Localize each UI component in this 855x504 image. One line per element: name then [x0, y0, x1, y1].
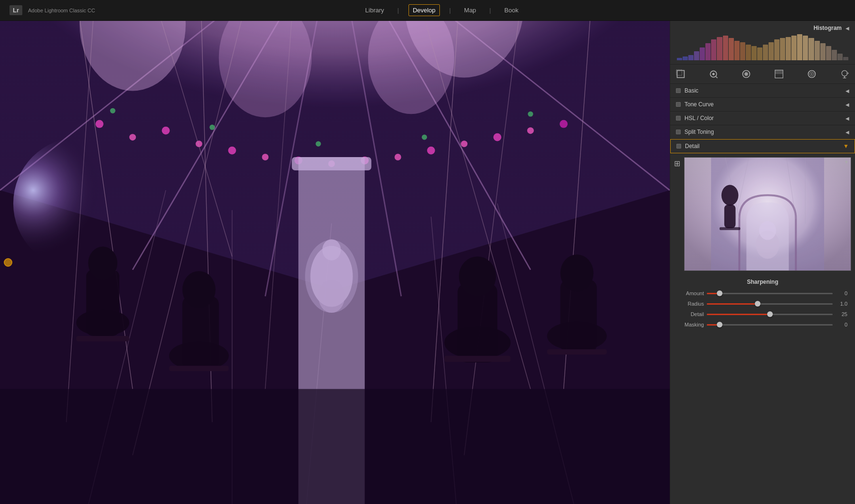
preview-svg: [684, 158, 851, 271]
detail-label: Detail: [685, 143, 700, 149]
svg-point-99: [722, 185, 739, 206]
radial-filter-icon[interactable]: [803, 67, 820, 81]
nav-library[interactable]: Library: [361, 5, 388, 16]
radius-slider[interactable]: [707, 300, 833, 307]
svg-point-94: [759, 221, 776, 240]
histogram-header: Histogram ◀: [676, 25, 849, 31]
spot-removal-icon[interactable]: [705, 67, 722, 81]
histogram-bars: [676, 34, 849, 60]
basic-checkbox[interactable]: [676, 88, 681, 93]
top-nav: Library | Develop | Map | Book: [361, 4, 522, 16]
basic-panel-row[interactable]: Basic ◀: [670, 84, 855, 98]
radius-label: Radius: [678, 301, 704, 307]
masking-slider[interactable]: [707, 321, 833, 328]
detail-value: 25: [836, 311, 847, 317]
tone-curve-checkbox[interactable]: [676, 102, 681, 107]
svg-point-84: [811, 73, 812, 75]
basic-arrow: ◀: [846, 88, 849, 93]
split-toning-checkbox[interactable]: [676, 130, 681, 134]
amount-slider-row: Amount 0: [678, 290, 847, 297]
masking-value: 0: [836, 322, 847, 327]
radius-value: 1.0: [836, 301, 847, 307]
main-content: Histogram ◀: [0, 21, 855, 504]
redeye-icon[interactable]: [738, 67, 755, 81]
sharpening-section: Sharpening Amount 0 Radius: [674, 275, 851, 336]
svg-rect-101: [720, 227, 741, 230]
detail-slider[interactable]: [707, 311, 833, 317]
nav-map[interactable]: Map: [460, 5, 480, 16]
detail-panel-content: ⊞: [670, 153, 855, 504]
basic-label: Basic: [684, 87, 698, 94]
amount-value: 0: [836, 290, 847, 296]
adjustment-brush-icon[interactable]: [836, 67, 853, 81]
lr-logo: Lr: [10, 5, 22, 15]
detail-thumb[interactable]: [767, 311, 773, 317]
detail-corner-arrow: ▼: [844, 159, 849, 165]
svg-rect-72: [677, 71, 684, 78]
svg-point-79: [745, 73, 747, 75]
detail-slider-label: Detail: [678, 311, 704, 317]
detail-panel-header[interactable]: Detail ▼: [670, 139, 855, 153]
carousel-svg: [0, 21, 670, 504]
detail-expand-icon[interactable]: ⊞: [674, 159, 680, 168]
amount-slider[interactable]: [707, 290, 833, 297]
detail-preview-image: ▼: [684, 157, 851, 271]
masking-label: Masking: [678, 322, 704, 327]
amount-label: Amount: [678, 290, 704, 296]
histogram-title: Histogram: [676, 25, 842, 31]
radius-thumb[interactable]: [755, 301, 760, 307]
detail-slider-row: Detail 25: [678, 311, 847, 317]
svg-rect-81: [775, 70, 783, 74]
detail-arrow: ▼: [843, 143, 849, 149]
hsl-arrow: ◀: [846, 116, 849, 121]
radius-slider-row: Radius 1.0: [678, 300, 847, 307]
tool-icons-row: [670, 65, 855, 84]
hsl-checkbox[interactable]: [676, 116, 681, 121]
hsl-panel-row[interactable]: HSL / Color ◀: [670, 112, 855, 125]
tone-curve-panel-row[interactable]: Tone Curve ◀: [670, 98, 855, 112]
masking-thumb[interactable]: [717, 322, 722, 327]
hsl-label: HSL / Color: [684, 115, 714, 121]
masking-slider-row: Masking 0: [678, 321, 847, 328]
svg-line-76: [716, 76, 717, 78]
graduated-filter-icon[interactable]: [770, 67, 788, 81]
split-toning-arrow: ◀: [846, 130, 849, 135]
split-toning-label: Split Toning: [684, 129, 714, 135]
nav-develop[interactable]: Develop: [408, 4, 440, 16]
tone-curve-label: Tone Curve: [684, 101, 713, 108]
left-panel-toggle[interactable]: [4, 258, 12, 267]
tone-curve-arrow: ◀: [846, 102, 849, 107]
nav-book[interactable]: Book: [501, 5, 522, 16]
crop-tool-icon[interactable]: [672, 67, 689, 81]
svg-rect-71: [0, 21, 670, 504]
histogram-section: Histogram ◀: [670, 21, 855, 65]
image-area: [0, 21, 670, 504]
histogram-arrow[interactable]: ◀: [846, 26, 849, 31]
app-title: Adobe Lightroom Classic CC: [28, 8, 95, 13]
amount-thumb[interactable]: [717, 290, 722, 296]
detail-checkbox[interactable]: [676, 144, 681, 149]
app-branding: Lr Adobe Lightroom Classic CC: [10, 5, 95, 15]
detail-top-row: ⊞: [674, 157, 851, 271]
sharpening-title: Sharpening: [678, 277, 847, 285]
svg-point-75: [712, 73, 715, 75]
split-toning-panel-row[interactable]: Split Toning ◀: [670, 125, 855, 139]
svg-rect-100: [724, 205, 736, 228]
top-bar: Lr Adobe Lightroom Classic CC Library | …: [0, 0, 855, 21]
right-panel: Histogram ◀: [670, 21, 855, 504]
